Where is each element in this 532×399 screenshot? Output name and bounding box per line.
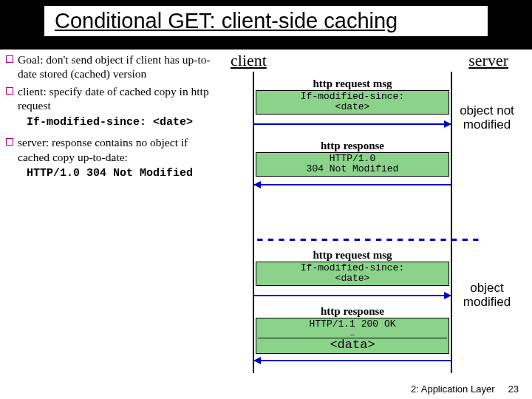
bullet-square-icon xyxy=(6,138,13,146)
msg-title: http response xyxy=(256,305,449,318)
content-area: Goal: don't send object if client has up… xyxy=(0,50,532,181)
diagram-area: client server http request msg If-modifi… xyxy=(220,52,526,181)
msg-body: If-modified-since: <date> xyxy=(256,262,449,286)
slide-footer: 2: Application Layer 23 xyxy=(411,383,519,395)
request-2: http request msg If-modified-since: <dat… xyxy=(256,249,449,286)
bullet-text: Goal: don't send object if client has up… xyxy=(18,52,216,81)
divider-dashes: --------------------- xyxy=(254,228,481,250)
msg-title: http response xyxy=(256,140,449,152)
msg-body: If-modified-since: <date> xyxy=(256,90,449,115)
left-column: Goal: don't send object if client has up… xyxy=(6,52,220,181)
request-1: http request msg If-modified-since: <dat… xyxy=(256,78,449,115)
msg-line: HTTP/1.0 xyxy=(258,154,447,164)
title-bar: Conditional GET: client-side caching xyxy=(0,0,532,50)
msg-line: … xyxy=(258,330,447,338)
client-lifeline xyxy=(253,72,254,373)
arrow-left-icon xyxy=(254,360,451,361)
slide-title: Conditional GET: client-side caching xyxy=(44,6,488,36)
bullet-client: client: specify date of cached copy in h… xyxy=(6,84,216,113)
bullet-text: server: response contains no object if c… xyxy=(18,135,216,164)
msg-line: If-modified-since: xyxy=(258,263,447,273)
arrow-right-icon xyxy=(254,295,451,296)
bullet-text: client: specify date of cached copy in h… xyxy=(18,84,216,113)
msg-body: HTTP/1.0 304 Not Modified xyxy=(256,152,449,177)
msg-title: http request msg xyxy=(256,249,449,262)
label-modified: object modified xyxy=(457,282,517,309)
arrow-right-icon xyxy=(254,123,451,125)
msg-title: http request msg xyxy=(256,78,449,90)
server-header: server xyxy=(468,51,508,70)
bullet-square-icon xyxy=(6,55,13,63)
response-2: http response HTTP/1.1 200 OK … <data> xyxy=(256,305,449,354)
footer-chapter: 2: Application Layer xyxy=(411,383,494,395)
code-304: HTTP/1.0 304 Not Modified xyxy=(27,167,216,181)
msg-line: <data> xyxy=(258,338,447,352)
msg-body: HTTP/1.1 200 OK … <data> xyxy=(256,318,449,354)
bullet-goal: Goal: don't send object if client has up… xyxy=(6,52,216,81)
msg-line: If-modified-since: xyxy=(258,92,447,102)
msg-line: 304 Not Modified xyxy=(258,164,447,174)
msg-line: HTTP/1.1 200 OK xyxy=(258,319,447,330)
client-header: client xyxy=(231,51,267,70)
bullet-server: server: response contains no object if c… xyxy=(6,135,216,164)
arrow-left-icon xyxy=(254,184,451,185)
footer-page-number: 23 xyxy=(508,383,519,395)
label-not-modified: object not modified xyxy=(457,104,517,132)
code-if-modified: If-modified-since: <date> xyxy=(27,116,216,130)
server-lifeline xyxy=(451,72,452,373)
response-1: http response HTTP/1.0 304 Not Modified xyxy=(256,140,449,177)
bullet-square-icon xyxy=(6,87,13,95)
msg-line: <date> xyxy=(258,273,447,284)
msg-line: <date> xyxy=(258,102,447,112)
